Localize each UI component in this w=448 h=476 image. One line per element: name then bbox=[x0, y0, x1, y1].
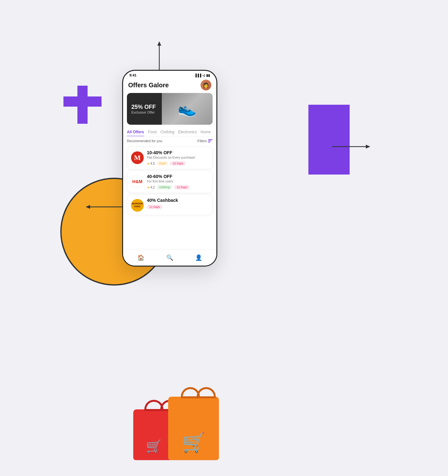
offer-card-mcdonalds[interactable]: M 10-40% OFF Flat Discounts on Every pur… bbox=[127, 147, 213, 169]
tab-electronics[interactable]: Electronics bbox=[178, 128, 197, 136]
banner-discount: 25% OFF bbox=[131, 104, 156, 110]
app-header: Offers Galore 👩 bbox=[123, 78, 216, 93]
battery-icon: ▮▮ bbox=[206, 74, 210, 77]
offer-info-2: 40-60% OFF For first time users ★ 4.2 Cl… bbox=[147, 174, 208, 189]
offer-info-1: 10-40% OFF Flat Discounts on Every purch… bbox=[147, 150, 208, 166]
mcdonalds-logo: M bbox=[131, 151, 144, 164]
promo-banner[interactable]: 25% OFF Exclusive Offer 👟 bbox=[127, 93, 213, 125]
avatar-emoji: 👩 bbox=[203, 82, 209, 88]
banner-image: 👟 bbox=[162, 93, 213, 125]
svg-marker-1 bbox=[157, 41, 161, 46]
filter-row: Recommended for you Filters bbox=[123, 136, 216, 145]
mcdonalds-symbol: M bbox=[134, 154, 141, 162]
tab-clothing[interactable]: Clothing bbox=[160, 128, 174, 136]
hm-logo: H&M bbox=[131, 175, 144, 188]
offer-tags-1: ★ 4.5 Food 15 Days bbox=[147, 161, 208, 166]
tab-food[interactable]: Food bbox=[148, 128, 156, 136]
search-icon: 🔍 bbox=[166, 254, 173, 261]
arrow-right-icon bbox=[332, 143, 370, 152]
decorative-rectangle bbox=[308, 105, 350, 175]
offer-card-hm[interactable]: H&M 40-60% OFF For first time users ★ 4.… bbox=[127, 170, 213, 193]
bk-logo: BURGERKING bbox=[131, 199, 144, 212]
nav-home[interactable]: 🏠 bbox=[134, 253, 148, 262]
offer-discount-2: 40-60% OFF bbox=[147, 174, 208, 179]
phone-frame: 9:41 ▐▐▐ ◁ ▮▮ Offers Galore 👩 25% OFF Ex… bbox=[122, 70, 217, 267]
svg-marker-3 bbox=[366, 145, 370, 149]
rating-value-1: 4.5 bbox=[150, 162, 155, 165]
bag-orange-handle-2 bbox=[197, 387, 216, 398]
offer-card-bk[interactable]: BURGERKING 40% Cashback 11 Days bbox=[127, 194, 213, 215]
arrow-left-icon bbox=[86, 203, 124, 212]
page-title: Offers Galore bbox=[128, 82, 169, 89]
bag-orange: 🛒 bbox=[168, 397, 219, 460]
status-time: 9:41 bbox=[129, 73, 136, 77]
category-tabs: All Offers Food Clothing Electronics Hom… bbox=[123, 128, 216, 136]
profile-icon: 👤 bbox=[195, 254, 202, 261]
filter-button[interactable]: Filters bbox=[197, 139, 213, 143]
bag-red-cart-icon: 🛒 bbox=[146, 439, 162, 454]
offer-discount-3: 40% Cashback bbox=[147, 198, 208, 203]
filter-label-text: Filters bbox=[197, 139, 207, 143]
offer-tags-2: ★ 4.2 Clothing 12 Days bbox=[147, 185, 208, 189]
rating-1: ★ 4.5 bbox=[147, 162, 155, 165]
bag-orange-cart-icon: 🛒 bbox=[182, 431, 206, 454]
status-icons: ▐▐▐ ◁ ▮▮ bbox=[194, 74, 210, 77]
offer-desc-2: For first time users bbox=[147, 180, 208, 183]
star-icon-2: ★ bbox=[147, 186, 150, 189]
status-bar: 9:41 ▐▐▐ ◁ ▮▮ bbox=[123, 71, 216, 78]
svg-marker-5 bbox=[86, 205, 90, 209]
offer-desc-1: Flat Discounts on Every purchase! bbox=[147, 156, 208, 159]
star-icon-1: ★ bbox=[147, 162, 150, 165]
recommended-label: Recommended for you bbox=[127, 139, 162, 143]
filter-icon bbox=[208, 139, 213, 142]
offer-tags-3: 11 Days bbox=[147, 205, 208, 209]
signal-icon: ▐▐▐ bbox=[194, 74, 201, 77]
phone-mockup: 9:41 ▐▐▐ ◁ ▮▮ Offers Galore 👩 25% OFF Ex… bbox=[122, 70, 217, 267]
rating-value-2: 4.2 bbox=[150, 186, 155, 189]
offer-info-3: 40% Cashback 11 Days bbox=[147, 198, 208, 209]
days-tag-1: 15 Days bbox=[170, 161, 186, 166]
tab-home[interactable]: Home bbox=[201, 128, 211, 136]
rating-2: ★ 4.2 bbox=[147, 186, 155, 189]
hm-symbol: H&M bbox=[132, 179, 142, 184]
banner-subtitle: Exclusive Offer bbox=[131, 110, 156, 114]
tab-all-offers[interactable]: All Offers bbox=[127, 128, 144, 136]
offer-discount-1: 10-40% OFF bbox=[147, 150, 208, 155]
home-icon: 🏠 bbox=[137, 254, 144, 261]
shopping-bags: 🛒 🛒 bbox=[133, 397, 219, 460]
shoe-emoji: 👟 bbox=[178, 100, 197, 118]
days-tag-2: 12 Days bbox=[174, 185, 190, 189]
banner-text: 25% OFF Exclusive Offer bbox=[127, 100, 160, 118]
days-tag-3: 11 Days bbox=[147, 205, 162, 209]
category-tag-2: Clothing bbox=[157, 185, 172, 189]
category-tag-1: Food bbox=[157, 161, 168, 166]
wifi-icon: ◁ bbox=[202, 74, 205, 77]
bk-symbol: BURGERKING bbox=[132, 202, 143, 208]
avatar[interactable]: 👩 bbox=[201, 80, 211, 90]
bottom-navigation: 🏠 🔍 👤 bbox=[123, 249, 216, 266]
nav-search[interactable]: 🔍 bbox=[162, 253, 177, 262]
nav-profile[interactable]: 👤 bbox=[191, 253, 206, 262]
